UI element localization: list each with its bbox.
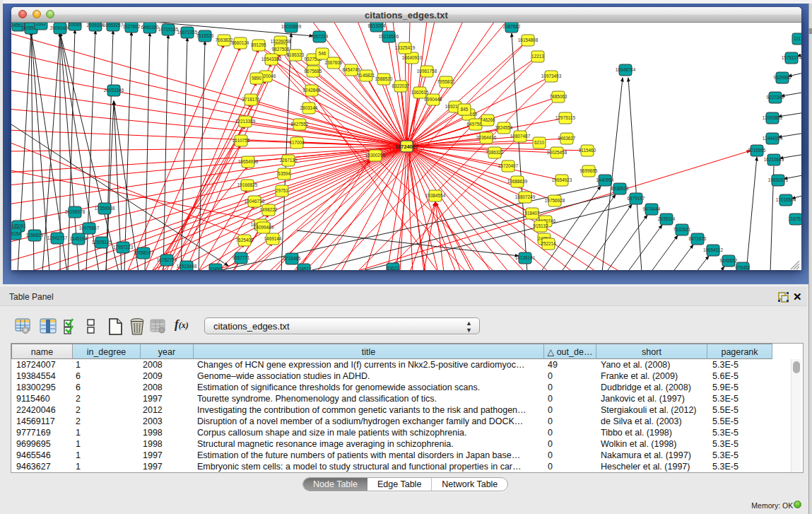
- svg-text:17016504: 17016504: [776, 197, 796, 202]
- svg-text:12975115: 12975115: [555, 115, 575, 120]
- svg-text:7632621: 7632621: [673, 227, 691, 232]
- svg-text:19654923: 19654923: [552, 177, 572, 182]
- svg-text:9329966: 9329966: [774, 75, 792, 80]
- svg-text:10807487: 10807487: [510, 134, 531, 139]
- svg-text:10654112: 10654112: [703, 247, 723, 252]
- svg-text:7386322: 7386322: [486, 150, 504, 155]
- svg-text:10958107: 10958107: [134, 250, 154, 255]
- svg-text:16782759: 16782759: [157, 257, 177, 262]
- svg-text:7625402: 7625402: [236, 238, 254, 243]
- svg-text:9699695: 9699695: [580, 168, 598, 173]
- svg-text:39154: 39154: [11, 231, 21, 236]
- svg-text:10973493: 10973493: [541, 74, 562, 78]
- svg-text:8186323: 8186323: [287, 52, 305, 57]
- svg-text:915132: 915132: [533, 223, 548, 228]
- svg-text:16671355: 16671355: [177, 30, 198, 35]
- svg-text:7515526: 7515526: [196, 33, 214, 38]
- svg-text:9657771: 9657771: [233, 255, 250, 260]
- svg-text:2367608: 2367608: [325, 60, 343, 65]
- svg-text:15751074: 15751074: [782, 55, 801, 60]
- svg-text:7955812: 7955812: [437, 79, 455, 84]
- svg-text:19218506: 19218506: [379, 34, 399, 39]
- svg-text:435061: 435061: [11, 223, 26, 228]
- svg-text:17359938: 17359938: [95, 206, 115, 211]
- svg-text:8471676: 8471676: [689, 236, 707, 241]
- svg-text:9474444: 9474444: [643, 206, 661, 211]
- svg-text:17957223: 17957223: [113, 245, 134, 250]
- svg-text:16154808: 16154808: [518, 37, 539, 42]
- svg-text:3267130: 3267130: [280, 158, 298, 163]
- svg-text:20093: 20093: [69, 23, 81, 27]
- svg-text:6210: 6210: [534, 140, 545, 145]
- svg-text:417004: 417004: [289, 140, 305, 145]
- svg-text:10025458: 10025458: [547, 150, 567, 155]
- svg-text:8938928: 8938928: [611, 186, 629, 191]
- svg-text:546: 546: [319, 51, 326, 56]
- svg-text:13325419: 13325419: [395, 45, 416, 50]
- svg-text:1145194: 1145194: [70, 236, 88, 241]
- svg-text:19654936: 19654936: [238, 159, 259, 164]
- svg-text:20364436: 20364436: [476, 135, 497, 140]
- svg-text:7663822: 7663822: [216, 37, 233, 42]
- svg-text:1362615: 1362615: [411, 90, 429, 95]
- svg-text:53594: 53594: [278, 171, 290, 176]
- svg-text:9245652: 9245652: [720, 258, 738, 263]
- svg-text:8215955: 8215955: [748, 148, 766, 153]
- svg-text:1440954: 1440954: [596, 177, 614, 182]
- svg-text:8454749: 8454749: [343, 67, 360, 72]
- svg-text:3824554: 3824554: [495, 125, 513, 130]
- svg-text:16648784: 16648784: [616, 67, 636, 72]
- svg-text:12093852: 12093852: [763, 115, 783, 120]
- svg-text:7485063: 7485063: [550, 94, 567, 99]
- svg-text:13226058: 13226058: [271, 39, 291, 44]
- svg-text:9227349: 9227349: [767, 95, 784, 100]
- svg-text:16640910: 16640910: [402, 55, 423, 60]
- svg-text:845: 845: [461, 107, 469, 112]
- svg-text:20091406: 20091406: [50, 25, 71, 30]
- svg-text:12213: 12213: [531, 54, 544, 59]
- svg-text:918407: 918407: [524, 211, 540, 216]
- svg-text:1527602: 1527602: [123, 24, 141, 29]
- svg-text:2312: 2312: [36, 23, 47, 26]
- svg-text:12505135: 12505135: [92, 240, 112, 245]
- svg-text:6879197: 6879197: [628, 196, 645, 201]
- svg-text:5716485: 5716485: [283, 256, 301, 261]
- svg-text:19692971: 19692971: [768, 177, 789, 182]
- svg-text:19384554: 19384554: [425, 193, 446, 198]
- svg-text:2803144: 2803144: [300, 105, 318, 110]
- svg-text:16210643: 16210643: [764, 157, 784, 162]
- svg-text:9146821: 9146821: [358, 73, 375, 78]
- svg-text:9890: 9890: [252, 76, 262, 81]
- svg-text:9827508: 9827508: [272, 47, 290, 52]
- svg-text:10719185: 10719185: [158, 27, 179, 32]
- svg-text:7357224: 7357224: [311, 34, 329, 39]
- svg-text:16961758: 16961758: [417, 69, 437, 74]
- svg-text:18807249: 18807249: [515, 194, 536, 199]
- svg-text:891295: 891295: [251, 42, 266, 47]
- svg-text:2087682: 2087682: [503, 24, 521, 29]
- svg-text:10046738: 10046738: [245, 199, 265, 204]
- svg-text:83621: 83621: [387, 266, 399, 270]
- svg-text:8322037: 8322037: [392, 83, 410, 88]
- svg-text:12444194: 12444194: [763, 136, 783, 141]
- svg-text:20206578: 20206578: [65, 209, 86, 214]
- svg-text:12942737: 12942737: [47, 235, 68, 240]
- svg-text:92450: 92450: [209, 267, 222, 270]
- svg-text:2718176: 2718176: [242, 97, 260, 102]
- svg-text:8427552: 8427552: [291, 122, 309, 127]
- svg-text:12213389: 12213389: [235, 119, 256, 124]
- svg-text:1156829: 1156829: [26, 233, 44, 238]
- svg-text:9242848: 9242848: [303, 88, 321, 93]
- svg-text:8675685: 8675685: [305, 69, 322, 74]
- svg-text:1117: 1117: [794, 36, 801, 41]
- svg-text:12923448: 12923448: [177, 264, 197, 269]
- svg-text:14099489: 14099489: [254, 225, 274, 230]
- svg-text:18724007: 18724007: [395, 144, 418, 150]
- svg-text:1469144: 1469144: [264, 236, 282, 241]
- svg-text:29751: 29751: [276, 188, 288, 193]
- svg-text:976452: 976452: [735, 265, 751, 270]
- svg-text:16033809: 16033809: [281, 24, 302, 29]
- svg-text:9115460: 9115460: [579, 148, 596, 153]
- svg-text:1498222: 1498222: [260, 207, 278, 212]
- svg-text:8660124: 8660124: [232, 40, 249, 45]
